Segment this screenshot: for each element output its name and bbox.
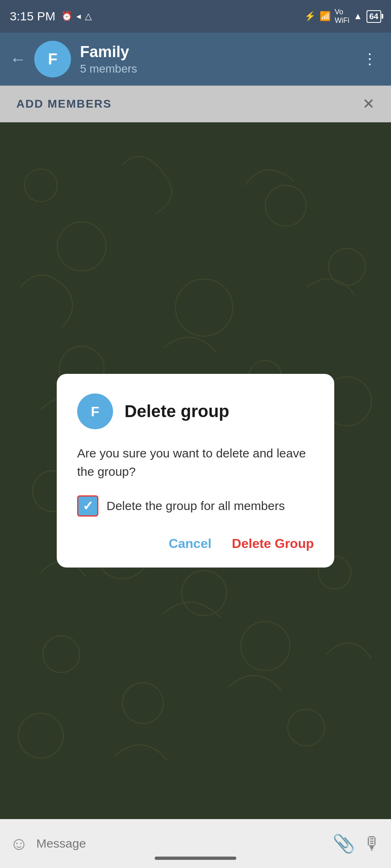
dialog-body-text: Are you sure you want to delete and leav… bbox=[77, 444, 314, 481]
group-avatar-letter: F bbox=[48, 51, 57, 68]
add-members-label: ADD MEMBERS bbox=[16, 97, 112, 110]
status-time: 3:15 PM bbox=[10, 9, 56, 23]
microphone-button[interactable]: 🎙 bbox=[363, 833, 381, 854]
home-indicator bbox=[155, 857, 236, 860]
delete-group-button[interactable]: Delete Group bbox=[232, 536, 314, 551]
group-members-count: 5 members bbox=[80, 62, 358, 75]
group-avatar: F bbox=[34, 41, 71, 77]
cancel-button[interactable]: Cancel bbox=[169, 536, 211, 551]
delete-all-checkbox[interactable]: ✓ bbox=[77, 495, 98, 517]
wifi-icon: ▲ bbox=[353, 11, 362, 22]
location-icon: ◂ bbox=[76, 11, 81, 22]
message-bar: ☺ 📎 🎙 bbox=[0, 819, 391, 868]
more-options-button[interactable]: ⋮ bbox=[358, 46, 381, 72]
dialog-wrapper: F Delete group Are you sure you want to … bbox=[0, 122, 391, 819]
status-right: ⚡ 📶 VoWiFi ▲ 64 bbox=[304, 8, 381, 25]
dialog-checkbox-row: ✓ Delete the group for all members bbox=[77, 495, 314, 517]
dialog-header: F Delete group bbox=[77, 393, 314, 429]
back-button[interactable]: ← bbox=[10, 50, 26, 68]
delete-all-label: Delete the group for all members bbox=[107, 499, 285, 513]
close-add-members-button[interactable]: ✕ bbox=[362, 95, 375, 113]
battery-indicator: 64 bbox=[367, 10, 381, 23]
dialog-actions: Cancel Delete Group bbox=[77, 536, 314, 551]
message-input[interactable] bbox=[36, 837, 324, 850]
alert-icon: △ bbox=[85, 11, 92, 22]
status-left: 3:15 PM ⏰ ◂ △ bbox=[10, 9, 92, 23]
delete-group-dialog: F Delete group Are you sure you want to … bbox=[57, 374, 334, 568]
status-bar: 3:15 PM ⏰ ◂ △ ⚡ 📶 VoWiFi ▲ 64 bbox=[0, 0, 391, 33]
app-header: ← F Family 5 members ⋮ bbox=[0, 33, 391, 86]
group-name: Family bbox=[80, 43, 358, 61]
vowifi-icon: VoWiFi bbox=[335, 8, 349, 25]
attach-button[interactable]: 📎 bbox=[333, 833, 355, 854]
alarm-icon: ⏰ bbox=[61, 11, 72, 22]
dialog-avatar-letter: F bbox=[91, 404, 100, 420]
group-info: Family 5 members bbox=[80, 43, 358, 75]
checkbox-checkmark: ✓ bbox=[82, 498, 93, 514]
dialog-avatar: F bbox=[77, 393, 113, 429]
status-icons: ⏰ ◂ △ bbox=[61, 11, 92, 22]
signal-icon: 📶 bbox=[320, 11, 331, 22]
emoji-button[interactable]: ☺ bbox=[10, 833, 28, 854]
add-members-bar: ADD MEMBERS ✕ bbox=[0, 86, 391, 122]
dialog-title: Delete group bbox=[124, 402, 229, 421]
battery-level: 64 bbox=[369, 12, 378, 21]
bluetooth-icon: ⚡ bbox=[304, 11, 315, 22]
